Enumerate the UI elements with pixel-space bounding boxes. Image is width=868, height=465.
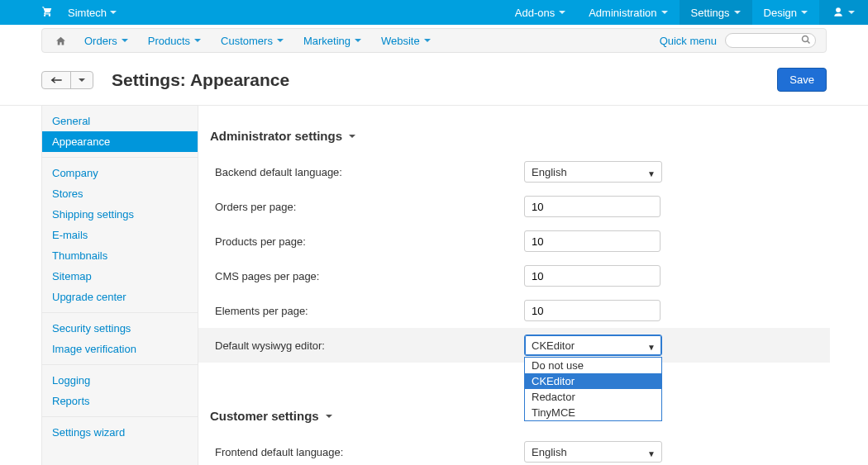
section-customer-header[interactable]: Customer settings xyxy=(210,409,818,423)
nav-orders-label: Orders xyxy=(84,35,117,47)
row-frontend-language: Frontend default language: English▼ xyxy=(210,434,818,465)
brand-label: Simtech xyxy=(68,7,107,19)
label-frontend-language: Frontend default language: xyxy=(210,446,524,458)
caret-down-icon xyxy=(424,39,431,42)
option-ckeditor[interactable]: CKEditor xyxy=(525,373,661,389)
option-tinymce[interactable]: TinyMCE xyxy=(525,405,661,420)
label-backend-language: Backend default language: xyxy=(210,166,524,178)
svg-line-1 xyxy=(808,41,810,44)
save-button[interactable]: Save xyxy=(777,68,827,92)
caret-down-icon xyxy=(110,11,117,14)
nav-marketing[interactable]: Marketing xyxy=(293,35,371,47)
triangle-down-icon: ▼ xyxy=(647,449,656,458)
option-do-not-use[interactable]: Do not use xyxy=(525,358,661,373)
topnav-design-label: Design xyxy=(764,7,797,19)
sidebar-item-security[interactable]: Security settings xyxy=(42,318,198,339)
row-wysiwyg: Default wysiwyg editor: CKEditor▼ Do not… xyxy=(198,328,830,363)
row-cms-pp: CMS pages per page: xyxy=(210,259,818,293)
caret-down-icon xyxy=(277,39,284,42)
label-admin-orders-pp: Orders per page: xyxy=(210,201,524,213)
row-admin-products-pp: Products per page: xyxy=(210,224,818,259)
sidebar-item-general[interactable]: General xyxy=(42,111,198,131)
sub-nav: Orders Products Customers Marketing Webs… xyxy=(41,28,827,53)
nav-customers[interactable]: Customers xyxy=(211,35,293,47)
label-elements-pp: Elements per page: xyxy=(210,305,524,317)
nav-orders[interactable]: Orders xyxy=(74,35,138,47)
caret-down-icon xyxy=(734,11,741,14)
option-redactor[interactable]: Redactor xyxy=(525,389,661,405)
sidebar-item-wizard[interactable]: Settings wizard xyxy=(42,422,198,443)
user-icon xyxy=(832,7,844,18)
select-wysiwyg-value: CKEditor xyxy=(532,339,575,352)
topnav-design[interactable]: Design xyxy=(752,0,819,25)
cart-icon xyxy=(41,6,53,20)
search-box xyxy=(725,33,816,48)
home-link[interactable] xyxy=(47,36,74,46)
page-title: Settings: Appearance xyxy=(112,70,289,90)
search-icon[interactable] xyxy=(801,35,811,45)
back-history-toggle[interactable] xyxy=(70,72,93,88)
section-admin-header[interactable]: Administrator settings xyxy=(210,129,818,143)
caret-down-icon xyxy=(122,39,128,42)
input-admin-orders-pp[interactable] xyxy=(524,196,661,217)
nav-website-label: Website xyxy=(381,35,420,47)
caret-down-icon xyxy=(848,11,855,14)
sidebar-item-sitemap[interactable]: Sitemap xyxy=(42,266,198,287)
topnav-administration-label: Administration xyxy=(589,7,656,19)
sidebar-item-company[interactable]: Company xyxy=(42,163,198,183)
home-icon xyxy=(55,36,66,46)
row-elements-pp: Elements per page: xyxy=(210,293,818,328)
triangle-down-icon: ▼ xyxy=(647,343,656,352)
select-frontend-language-value: English xyxy=(532,446,567,458)
input-cms-pp[interactable] xyxy=(524,265,661,287)
topnav-settings[interactable]: Settings xyxy=(680,0,752,25)
sidebar-item-stores[interactable]: Stores xyxy=(42,183,198,204)
settings-sidebar: General Appearance Company Stores Shippi… xyxy=(41,106,198,465)
topnav-user[interactable] xyxy=(819,0,868,25)
sidebar-item-emails[interactable]: E-mails xyxy=(42,225,198,245)
caret-down-icon xyxy=(326,415,332,418)
sidebar-item-shipping[interactable]: Shipping settings xyxy=(42,204,198,225)
input-elements-pp[interactable] xyxy=(524,300,661,321)
back-button-group xyxy=(41,71,93,89)
caret-down-icon xyxy=(355,39,361,42)
nav-marketing-label: Marketing xyxy=(303,35,351,47)
select-backend-language-value: English xyxy=(532,166,567,178)
nav-products-label: Products xyxy=(148,35,190,47)
quick-menu-link[interactable]: Quick menu xyxy=(660,35,725,47)
svg-point-0 xyxy=(803,36,808,42)
label-cms-pp: CMS pages per page: xyxy=(210,270,524,282)
topnav-administration[interactable]: Administration xyxy=(577,0,679,25)
label-wysiwyg: Default wysiwyg editor: xyxy=(210,339,524,352)
topnav-addons[interactable]: Add-ons xyxy=(503,0,577,25)
select-frontend-language[interactable]: English▼ xyxy=(524,441,662,463)
title-bar: Settings: Appearance Save xyxy=(0,53,868,106)
sidebar-item-thumbnails[interactable]: Thumbnails xyxy=(42,245,198,266)
arrow-left-icon xyxy=(50,76,63,84)
topnav-settings-label: Settings xyxy=(691,7,730,19)
section-admin-title: Administrator settings xyxy=(210,129,342,143)
dropdown-wysiwyg: Do not use CKEditor Redactor TinyMCE xyxy=(524,357,662,421)
sidebar-item-logging[interactable]: Logging xyxy=(42,370,198,391)
back-button[interactable] xyxy=(42,72,70,88)
sidebar-item-upgrade[interactable]: Upgrade center xyxy=(42,287,198,307)
topnav-addons-label: Add-ons xyxy=(515,7,555,19)
triangle-down-icon: ▼ xyxy=(647,169,656,178)
nav-customers-label: Customers xyxy=(221,35,273,47)
sidebar-item-reports[interactable]: Reports xyxy=(42,391,198,411)
row-backend-language: Backend default language: English▼ xyxy=(210,154,818,189)
select-wysiwyg[interactable]: CKEditor▼ Do not use CKEditor Redactor T… xyxy=(524,335,662,356)
input-admin-products-pp[interactable] xyxy=(524,230,661,252)
label-admin-products-pp: Products per page: xyxy=(210,235,524,248)
nav-products[interactable]: Products xyxy=(138,35,211,47)
caret-down-icon xyxy=(79,78,85,82)
select-backend-language[interactable]: English▼ xyxy=(524,161,662,183)
nav-website[interactable]: Website xyxy=(371,35,441,47)
sidebar-item-imageverif[interactable]: Image verification xyxy=(42,339,198,359)
caret-down-icon xyxy=(661,11,668,14)
section-customer-title: Customer settings xyxy=(210,409,319,423)
brand-menu[interactable]: Simtech xyxy=(61,7,123,19)
top-bar: Simtech Add-ons Administration Settings … xyxy=(0,0,868,25)
content-panel: Administrator settings Backend default l… xyxy=(198,106,868,465)
sidebar-item-appearance[interactable]: Appearance xyxy=(42,131,198,152)
